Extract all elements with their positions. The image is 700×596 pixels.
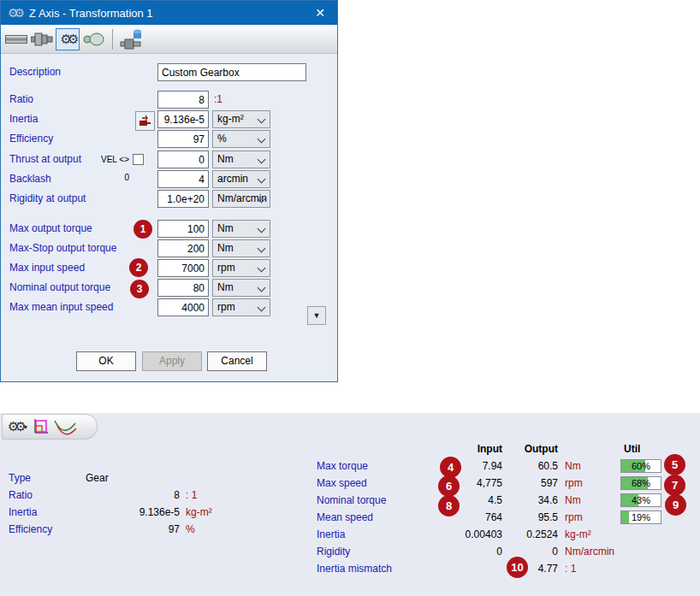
type-value: Gear — [86, 469, 109, 487]
maxstop-torque-unit-select[interactable]: Nm — [212, 239, 270, 257]
chevron-down-icon — [258, 304, 266, 312]
ratio-input[interactable] — [157, 91, 209, 109]
maxstop-torque-label: Max-Stop output torque — [9, 239, 116, 257]
max-input-speed-input[interactable] — [157, 259, 209, 277]
field-row-description: Description — [1, 63, 339, 81]
row-label: Nominal torque — [317, 494, 445, 506]
results-row-rigidity: Rigidity 0 0 Nm/arcmin — [317, 543, 693, 560]
field-row-inertia: Inertia kg-m² — [1, 110, 339, 128]
max-output-torque-input[interactable] — [157, 220, 209, 238]
summary-row-inertia: Inertia 9.136e-5 kg-m² — [0, 504, 282, 521]
max-input-speed-label: Max input speed — [9, 259, 85, 277]
inertia-unit-select[interactable]: kg-m² — [212, 110, 270, 128]
chevron-down-icon — [258, 225, 266, 233]
thrust-label: Thrust at output — [9, 150, 81, 168]
max-output-torque-label: Max output torque — [9, 220, 92, 238]
thrust-input[interactable] — [157, 150, 209, 168]
cancel-button[interactable]: Cancel — [207, 351, 267, 371]
inertia-unit: kg-m² — [186, 504, 212, 521]
field-row-max-input-speed: Max input speed rpm — [1, 259, 339, 277]
callout-badge-2: 2 — [129, 258, 148, 277]
dialog-titlebar[interactable]: ⚙⚙ Z Axis - Transformation 1 ✕ — [1, 1, 337, 25]
rigidity-input[interactable] — [157, 190, 209, 208]
chevron-down-icon — [258, 284, 266, 292]
transformation-dialog: ⚙⚙ Z Axis - Transformation 1 ✕ ⚙⚙ — [0, 0, 338, 382]
row-label: Inertia — [317, 528, 445, 540]
coupling-type-button[interactable] — [30, 28, 54, 50]
gearbox-select-button[interactable]: ⚙⚙ ▾ — [8, 419, 27, 434]
inertia-input[interactable] — [157, 110, 209, 128]
field-row-rigidity: Rigidity at output Nm/arcmin — [1, 190, 339, 208]
vel-condition-checkbox[interactable] — [133, 154, 144, 165]
field-row-max-output-torque: Max output torque Nm — [1, 220, 339, 238]
backlash-unit-select[interactable]: arcmin — [212, 170, 270, 188]
util-percent: 43% — [621, 494, 661, 506]
gears-icon: ⚙⚙ — [61, 32, 75, 47]
output-value: 60.5 — [502, 460, 558, 472]
curves-button[interactable] — [53, 418, 77, 435]
ratio-label: Ratio — [9, 91, 33, 109]
belt-type-button[interactable] — [81, 28, 105, 50]
expand-more-button[interactable]: ▼ — [307, 306, 326, 325]
close-icon[interactable]: ✕ — [310, 6, 330, 20]
nominal-torque-unit-select[interactable]: Nm — [212, 279, 270, 297]
ratio-label: Ratio — [9, 487, 33, 504]
maxstop-torque-unit-value: Nm — [217, 240, 234, 257]
efficiency-unit-value: % — [217, 131, 227, 147]
results-row-max-speed: Max speed 4,775 597 rpm 68% — [317, 475, 693, 492]
transmission-summary-panel: ⚙⚙ ▾ Type Gear Ratio — [0, 413, 700, 596]
callout-badge-8: 8 — [438, 495, 460, 516]
summary-row-type: Type Gear — [0, 469, 282, 487]
row-label: Inertia mismatch — [317, 563, 445, 575]
output-value: 0.2524 — [502, 528, 558, 540]
inertia-label: Inertia — [9, 504, 37, 521]
input-value: 0 — [445, 546, 502, 558]
maxstop-torque-input[interactable] — [157, 239, 209, 257]
limit-chart-icon — [31, 417, 50, 436]
callout-badge-1: 1 — [133, 220, 152, 239]
panel-toolbar: ⚙⚙ ▾ — [2, 414, 98, 440]
inertia-calculator-button[interactable] — [135, 111, 155, 131]
nominal-torque-input[interactable] — [157, 279, 209, 297]
field-row-maxstop-torque: Max-Stop output torque Nm — [1, 239, 339, 257]
torque-curves-icon — [53, 418, 77, 435]
input-value: 0.00403 — [445, 528, 502, 540]
chevron-down-icon — [258, 115, 266, 124]
results-row-nominal-torque: Nominal torque 4.5 34.6 Nm 43% — [317, 492, 693, 509]
efficiency-unit-select[interactable]: % — [212, 130, 270, 148]
limit-chart-button[interactable] — [31, 417, 50, 436]
dialog-title: Z Axis - Transformation 1 — [29, 7, 153, 20]
triangle-down-icon: ▼ — [313, 311, 321, 320]
efficiency-input[interactable] — [157, 130, 209, 148]
motor-type-button[interactable] — [118, 28, 142, 50]
max-input-speed-unit-select[interactable]: rpm — [212, 259, 270, 277]
callout-badge-6: 6 — [438, 475, 460, 497]
gearbox-type-button[interactable]: ⚙⚙ — [56, 28, 80, 50]
shaft-type-button[interactable] — [4, 28, 28, 50]
callout-badge-10: 10 — [507, 557, 528, 578]
efficiency-label: Efficiency — [9, 521, 52, 538]
rigidity-unit-select[interactable]: Nm/arcmin — [212, 190, 270, 208]
apply-button[interactable]: Apply — [142, 351, 202, 371]
output-value: 0 — [502, 546, 558, 558]
ok-button[interactable]: OK — [76, 351, 136, 371]
summary-row-efficiency: Efficiency 97 % — [0, 521, 282, 538]
util-percent: 60% — [621, 460, 661, 472]
results-row-inertia: Inertia 0.00403 0.2524 kg-m² — [317, 526, 693, 543]
output-value: 34.6 — [502, 494, 558, 506]
thrust-unit-select[interactable]: Nm — [212, 150, 270, 168]
belt-pulley-icon — [82, 31, 104, 48]
row-label: Mean speed — [317, 511, 445, 523]
max-output-torque-unit-select[interactable]: Nm — [212, 220, 270, 238]
max-mean-speed-unit-select[interactable]: rpm — [212, 298, 270, 316]
toolbar-separator — [112, 29, 113, 50]
max-mean-speed-input[interactable] — [157, 298, 209, 316]
transmission-type-toolbar: ⚙⚙ — [1, 25, 337, 54]
gearbox-icon: ⚙⚙ — [8, 6, 21, 20]
chevron-down-icon — [258, 175, 266, 184]
rigidity-label: Rigidity at output — [9, 190, 86, 208]
description-input[interactable] — [157, 63, 306, 81]
backlash-input[interactable] — [157, 170, 209, 188]
unit-value: rpm — [558, 477, 620, 489]
max-mean-speed-unit-value: rpm — [217, 299, 235, 316]
